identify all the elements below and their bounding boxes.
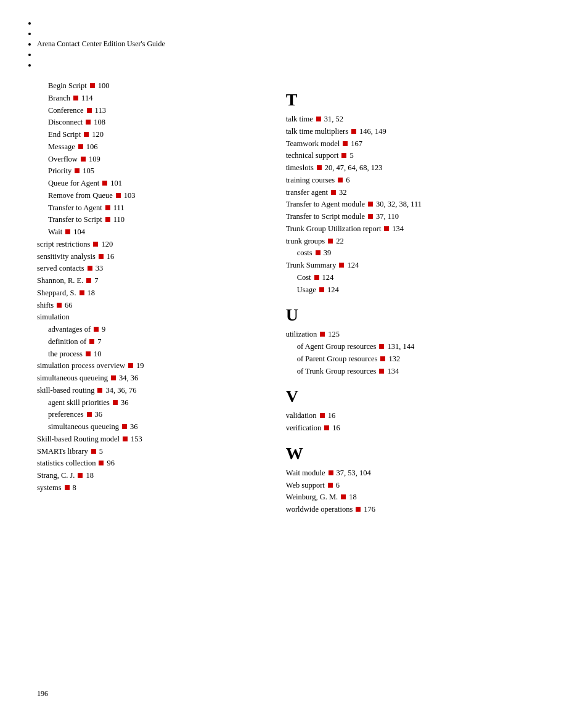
entry-num: 36: [130, 421, 138, 433]
entry-text: simultaneous queueing: [48, 421, 119, 433]
entry-text: simulation: [37, 311, 70, 323]
left-entry: served contacts33: [37, 263, 261, 274]
left-entry: Disconnect108: [37, 117, 261, 128]
right-entry: of Agent Group resources131, 144: [286, 341, 551, 353]
bullet-2: [37, 29, 165, 38]
entry-num: 124: [347, 260, 359, 271]
entry-num: 100: [98, 80, 110, 92]
entry-text: Web support: [286, 480, 325, 491]
bullet-separator: [320, 332, 325, 337]
left-entry: advantages of9: [37, 324, 261, 335]
right-entry: Web support6: [286, 480, 551, 491]
entry-num: 134: [387, 366, 399, 377]
entry-text: Usage: [297, 284, 316, 296]
bullet-separator: [102, 181, 107, 186]
entry-text: script restrictions: [37, 239, 90, 250]
left-entry: SMARTs library5: [37, 446, 261, 457]
bullet-separator: [87, 412, 92, 417]
bullet-separator: [86, 351, 91, 356]
entry-num: 34, 36, 76: [105, 385, 136, 396]
entry-text: of Trunk Group resources: [297, 366, 377, 377]
right-entry: Weinburg, G. M.18: [286, 491, 551, 503]
entry-text: Transfer to Script: [48, 214, 102, 226]
bullet-separator: [341, 494, 346, 499]
right-entry: Trunk Group Utilization report134: [286, 223, 551, 235]
left-entry: Skill-based Routing model153: [37, 433, 261, 445]
entry-text: utilization: [286, 329, 317, 340]
entry-num: 113: [95, 105, 106, 117]
entry-text: technical support: [286, 150, 339, 162]
left-entry: shifts66: [37, 300, 261, 311]
left-entry: Message106: [37, 141, 261, 153]
entry-num: 105: [83, 165, 94, 177]
right-entry: training courses6: [286, 174, 551, 186]
entry-text: of Parent Group resources: [297, 353, 378, 365]
entry-text: talk time multipliers: [286, 126, 348, 137]
left-entry: systems8: [37, 482, 261, 494]
bullet-1: [37, 18, 165, 28]
left-entry: Shannon, R. E.7: [37, 275, 261, 287]
entry-text: the process: [48, 348, 83, 360]
entry-num: 19: [136, 360, 144, 372]
bullet-separator: [328, 239, 333, 244]
left-entry: Conference113: [37, 105, 261, 117]
bullet-separator: [87, 108, 92, 113]
bullet-separator: [368, 214, 373, 219]
entry-num: 106: [86, 141, 98, 153]
bullet-separator: [94, 327, 99, 332]
bullet-separator: [57, 303, 62, 308]
bullet-separator: [351, 129, 356, 134]
bullet-separator: [111, 375, 116, 380]
right-entry: technical support5: [286, 150, 551, 162]
right-column: Ttalk time31, 52talk time multipliers146…: [274, 80, 551, 516]
entry-num: 124: [322, 272, 334, 284]
section-header: U: [286, 305, 551, 325]
right-entry: Wait module37, 53, 104: [286, 467, 551, 479]
bullet-separator: [331, 190, 336, 195]
section-header: W: [286, 444, 551, 464]
bullet-separator: [343, 141, 348, 146]
entry-text: transfer agent: [286, 187, 328, 199]
bullet-separator: [105, 205, 110, 210]
entry-text: Transfer to Agent: [48, 202, 102, 214]
left-entry: the process10: [37, 348, 261, 360]
entry-text: Transfer to Script module: [286, 211, 365, 223]
left-entry: Queue for Agent101: [37, 178, 261, 189]
entry-num: 124: [327, 284, 339, 296]
left-entry: statistics collection96: [37, 457, 261, 469]
entry-text: Branch: [48, 92, 70, 104]
bullet-separator: [324, 425, 329, 430]
left-entry: preferences36: [37, 409, 261, 420]
entry-text: Weinburg, G. M.: [286, 491, 338, 503]
bullet-separator: [379, 344, 384, 349]
left-entry: Sheppard, S.18: [37, 287, 261, 299]
entry-num: 114: [81, 92, 92, 104]
right-entry: talk time multipliers146, 149: [286, 126, 551, 137]
bullet-separator: [73, 96, 78, 100]
right-entry: transfer agent32: [286, 187, 551, 199]
entry-num: 132: [388, 353, 400, 365]
bullet-5: [37, 60, 165, 70]
entry-num: 18: [86, 470, 94, 481]
left-entry: End Script120: [37, 129, 261, 141]
entry-num: 131, 144: [387, 341, 414, 353]
entry-text: Transfer to Agent module: [286, 199, 365, 210]
entry-text: talk time: [286, 113, 313, 125]
entry-num: 146, 149: [359, 126, 386, 137]
bullet-separator: [86, 278, 91, 283]
bullet-separator: [384, 226, 389, 231]
bullet-separator: [368, 202, 373, 207]
entry-num: 5: [99, 446, 103, 457]
bullet-separator: [84, 132, 89, 137]
entry-text: Sheppard, S.: [37, 287, 76, 299]
right-entry: timeslots20, 47, 64, 68, 123: [286, 162, 551, 174]
bullet-4: [37, 50, 165, 59]
right-entry: Transfer to Script module37, 110: [286, 211, 551, 223]
entry-num: 6: [346, 174, 349, 186]
entry-text: training courses: [286, 174, 335, 186]
left-entry: Remove from Queue103: [37, 190, 261, 202]
entry-num: 16: [107, 251, 115, 263]
header-title: Arena Contact Center Edition User's Guid…: [37, 39, 165, 48]
entry-num: 111: [113, 202, 125, 214]
entry-text: statistics collection: [37, 457, 96, 469]
